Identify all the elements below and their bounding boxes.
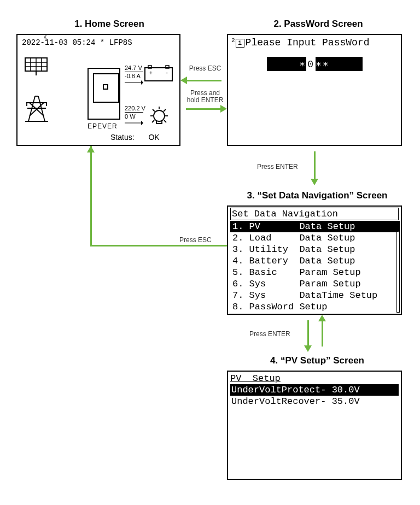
- label-press-enter-23: Press ENTER: [257, 163, 298, 171]
- footnote-2: 2: [231, 37, 235, 44]
- svg-line-27: [164, 109, 166, 111]
- nav-screen: Set Data Navigation 1. PV Data Setup2. L…: [227, 205, 402, 315]
- left-icon-column: [23, 56, 53, 127]
- scrollbar[interactable]: [396, 221, 400, 313]
- svg-line-8: [38, 96, 45, 121]
- nav-item-5[interactable]: 5. Basic Param Setup: [230, 267, 399, 278]
- svg-line-29: [164, 120, 166, 122]
- nav-item-3[interactable]: 3. Utility Data Setup: [230, 244, 399, 255]
- brand-text: EPEVER: [88, 122, 118, 130]
- output-reading: 220.2 V 0 W: [125, 105, 145, 126]
- svg-text:-: -: [166, 69, 168, 77]
- battery-voltage: 24.7 V: [125, 64, 142, 71]
- mask-left: ∗: [299, 59, 306, 70]
- svg-marker-31: [141, 80, 143, 85]
- label-press-esc-3: Press ESC: [179, 236, 212, 244]
- nav-item-6[interactable]: 6. Sys Param Setup: [230, 278, 399, 290]
- info-icon: i: [236, 39, 244, 48]
- nav-item-2[interactable]: 2. Load Data Setup: [230, 232, 399, 244]
- nav-header: Set Data Navigation: [230, 208, 399, 220]
- svg-line-28: [152, 120, 154, 122]
- pv-row-2[interactable]: UnderVoltRecover- 35.0V: [230, 396, 399, 407]
- svg-rect-18: [148, 66, 151, 68]
- output-voltage: 220.2 V: [125, 105, 145, 111]
- arrow-s3-to-s1-h-icon: [90, 245, 227, 246]
- nav-item-4[interactable]: 4. Battery Data Setup: [230, 255, 399, 267]
- label-press-enter-34: Press ENTER: [249, 330, 290, 338]
- grid-tower-icon: [23, 92, 50, 125]
- nav-menu-list[interactable]: 1. PV Data Setup2. Load Data Setup3. Uti…: [230, 221, 399, 313]
- battery-current: -0.8 A: [125, 73, 141, 79]
- svg-rect-19: [166, 66, 169, 68]
- svg-line-7: [28, 96, 35, 121]
- nav-item-8[interactable]: 8. PassWord Setup: [230, 301, 399, 313]
- label-hold-enter: Press and hold ENTER: [183, 90, 227, 104]
- arrow-s3-to-s1-tip-icon: [87, 146, 95, 152]
- screen4-title: 4. “PV Setup” Screen: [246, 355, 388, 366]
- password-screen: 2iPlease Input PassWord ∗0∗∗: [227, 34, 402, 146]
- status-label: Status:: [110, 133, 135, 142]
- screen1-title: 1. Home Screen: [49, 19, 170, 30]
- pv-list[interactable]: UnderVoltProtect- 30.0VUnderVoltRecover-…: [230, 384, 399, 407]
- solar-panel-icon: [23, 56, 50, 78]
- pv-setup-screen: PV Setup UnderVoltProtect- 30.0VUnderVol…: [227, 371, 402, 480]
- mask-right: ∗∗: [316, 59, 330, 70]
- password-field[interactable]: ∗0∗∗: [267, 57, 363, 71]
- battery-reading: 24.7 V -0.8 A: [125, 64, 143, 86]
- screen2-title: 2. PassWord Screen: [247, 19, 389, 30]
- password-prompt-line: 2iPlease Input PassWord: [231, 37, 398, 48]
- inverter-icon: [88, 68, 120, 120]
- arrow-s3-to-s1-v-icon: [90, 146, 92, 246]
- pv-row-1[interactable]: UnderVoltProtect- 30.0V: [230, 384, 399, 396]
- password-cursor[interactable]: 0: [306, 57, 316, 72]
- password-prompt: Please Input PassWord: [246, 37, 370, 48]
- home-screen: 2022-11-03 05:24 * LFP8S ☾: [16, 34, 180, 146]
- battery-icon: + -: [144, 63, 174, 85]
- svg-point-22: [154, 110, 165, 121]
- scrollbar-thumb[interactable]: [397, 221, 399, 231]
- moon-icon: ☾: [44, 33, 51, 42]
- nav-item-7[interactable]: 7. Sys DataTime Setup: [230, 290, 399, 301]
- status-value: OK: [148, 133, 159, 142]
- screen3-title: 3. “Set Data Navigation” Screen: [235, 190, 399, 201]
- svg-line-26: [153, 109, 155, 111]
- svg-marker-33: [141, 121, 143, 125]
- nav-item-1[interactable]: 1. PV Data Setup: [230, 221, 399, 232]
- output-power: 0 W: [125, 113, 136, 120]
- pv-header: PV Setup: [230, 373, 399, 384]
- status-line: Status: OK: [110, 133, 160, 142]
- svg-text:+: +: [149, 70, 153, 76]
- label-press-esc-1: Press ESC: [183, 64, 227, 72]
- bulb-icon: [147, 105, 172, 132]
